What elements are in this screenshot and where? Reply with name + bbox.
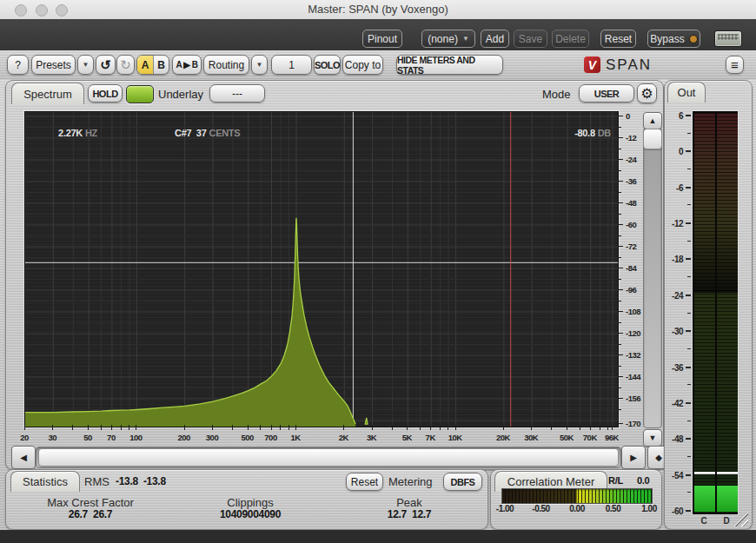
voxengo-logo-icon: V [584, 56, 600, 73]
redo-icon: ↻ [120, 57, 131, 73]
routing-button[interactable]: Routing [203, 55, 249, 75]
undo-icon: ↺ [100, 57, 111, 73]
cursor-note-readout: C#7 37CENTS [156, 117, 240, 149]
routing-dropdown-button[interactable]: ▼ [251, 55, 268, 75]
rms-values: -13.8 -13.8 [116, 475, 166, 487]
scroll-up-button[interactable]: ▲ [643, 112, 662, 129]
bypass-led-icon [689, 35, 698, 43]
out-meter-channel-left [694, 113, 715, 513]
presets-dropdown-button[interactable]: ▼ [77, 55, 94, 75]
spectrum-chart [25, 112, 618, 427]
channel-label-left: C [693, 516, 714, 526]
peak-values: 12.7 12.7 [357, 508, 461, 520]
delete-button[interactable]: Delete [552, 30, 589, 48]
tab-statistics[interactable]: Statistics [10, 471, 80, 492]
underlay-select[interactable]: --- [209, 84, 265, 103]
copy-to-button[interactable]: Copy to [342, 55, 383, 75]
hide-meters-button[interactable]: HIDE METERS AND STATS [396, 55, 503, 75]
ab-switch[interactable]: A B [136, 55, 169, 75]
plugin-toolbar: ? Presets ▼ ↺ ↻ A B A ▶ B Routing ▼ 1 SO… [0, 50, 756, 81]
arrow-up-icon: ▲ [649, 116, 657, 125]
rms-label: RMS [84, 475, 109, 488]
clippings-value: 10409004090 [189, 508, 311, 520]
peak-label: Peak [357, 496, 461, 509]
out-meter-scale: 60-6-12-18-24-30-36-42-48-54-60 [662, 112, 691, 513]
undo-button[interactable]: ↺ [96, 55, 116, 75]
out-meter-bars [693, 111, 738, 514]
bypass-button[interactable]: Bypass [647, 30, 700, 48]
spectrum-blip [365, 418, 368, 424]
preset-select[interactable]: (none)▼ [421, 30, 475, 48]
window-title: Master: SPAN (by Voxengo) [0, 3, 756, 16]
cursor-frequency-readout: 2.27KHZ [39, 117, 97, 149]
chevron-down-icon: ▼ [83, 61, 90, 69]
db-axis: 0-12-24-36-48-60-72-84-96-108-120-132-14… [619, 111, 644, 427]
meter-level-left [694, 486, 715, 512]
arrow-left-icon: ◀ [20, 453, 27, 462]
help-button[interactable]: ? [7, 55, 29, 75]
presets-button[interactable]: Presets [31, 55, 76, 75]
solo-button[interactable]: SOLO [314, 55, 341, 75]
reset-button[interactable]: Reset [600, 30, 636, 48]
bottom-frame [0, 530, 756, 543]
pinout-button[interactable]: Pinout [362, 30, 402, 48]
chevron-down-icon: ▼ [462, 35, 469, 43]
cursor-level-readout: -80.8DB [555, 117, 611, 149]
ab-switch-a[interactable]: A [137, 56, 154, 74]
meter-level-right [717, 486, 738, 512]
meter-peak-hold-left [694, 472, 715, 474]
instance-field[interactable]: 1 [271, 55, 312, 75]
vertical-scroll-thumb[interactable] [643, 129, 662, 149]
max-crest-values: 26.7 26.7 [34, 508, 147, 520]
clippings-label: Clippings [198, 496, 302, 509]
ab-switch-b[interactable]: B [154, 56, 169, 74]
titlebar: Master: SPAN (by Voxengo) [0, 0, 756, 20]
underlay-label: Underlay [158, 88, 203, 101]
host-header: Pinout (none)▼ Add Save Delete Reset Byp… [0, 19, 756, 50]
max-crest-label: Max Crest Factor [34, 496, 147, 509]
spectrum-display[interactable]: 2.27KHZ C#7 37CENTS -80.8DB [24, 111, 619, 427]
diamond-icon: ◆ [655, 453, 662, 462]
redo-button[interactable]: ↻ [116, 55, 135, 75]
meter-peak-hold-right [717, 472, 738, 474]
save-button[interactable]: Save [514, 30, 547, 48]
correlation-scale: -1.00-0.500.000.501.00 [501, 426, 651, 521]
out-meter-channel-right [717, 113, 738, 513]
menu-button[interactable]: ≡ [726, 56, 744, 74]
hold-button[interactable]: HOLD [88, 84, 123, 103]
a-to-b-copy-button[interactable]: A ▶ B [172, 55, 202, 75]
scroll-left-button[interactable]: ◀ [11, 446, 36, 469]
tab-out[interactable]: Out [667, 82, 706, 103]
mode-select[interactable]: USER [579, 84, 634, 103]
vertical-scrollbar[interactable] [643, 128, 662, 428]
settings-button[interactable]: ⚙ [637, 83, 657, 103]
stats-reset-button[interactable]: Reset [346, 473, 383, 491]
plugin-body: Spectrum HOLD Underlay --- Mode USER ⚙ 2… [0, 80, 756, 532]
tab-spectrum[interactable]: Spectrum [11, 83, 84, 104]
mode-label: Mode [542, 88, 571, 101]
brand-name: SPAN [606, 56, 652, 74]
spectrum-color-led[interactable] [126, 85, 154, 103]
metering-select[interactable]: DBFS [443, 473, 482, 491]
keyboard-icon[interactable] [714, 30, 742, 47]
add-button[interactable]: Add [481, 30, 509, 48]
gear-icon: ⚙ [640, 85, 653, 102]
menu-icon: ≡ [731, 57, 739, 72]
chevron-down-icon: ▼ [256, 61, 263, 69]
metering-label: Metering [388, 475, 433, 488]
plugin-window: Master: SPAN (by Voxengo) Pinout (none)▼… [0, 0, 756, 543]
